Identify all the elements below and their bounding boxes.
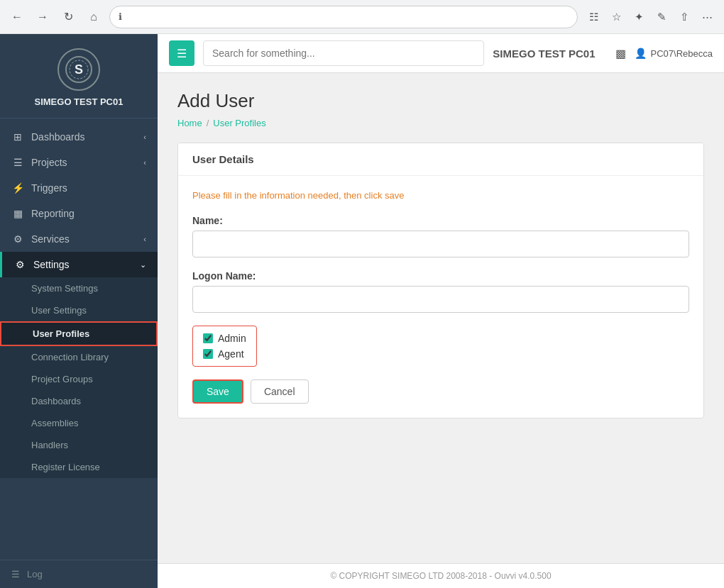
agent-checkbox-row: Agent — [203, 346, 246, 362]
admin-checkbox-row: Admin — [203, 331, 246, 346]
sidebar-item-projects[interactable]: ☰ Projects ‹ — [0, 150, 158, 175]
dashboards-icon: ⊞ — [11, 131, 24, 143]
logo-icon: S — [57, 48, 100, 91]
settings-icon: ⚙ — [13, 259, 26, 270]
sidebar-item-handlers[interactable]: Handlers — [0, 434, 158, 456]
collections-button[interactable]: ✦ — [629, 7, 649, 27]
name-field-group: Name: — [192, 215, 689, 257]
breadcrumb: Home / User Profiles — [177, 118, 704, 128]
sidebar-item-dashboards-sub[interactable]: Dashboards — [0, 390, 158, 412]
card-header: User Details — [178, 143, 703, 176]
sidebar-logo: S SIMEGO TEST PC01 — [0, 34, 158, 118]
logon-name-field-group: Logon Name: — [192, 270, 689, 313]
svg-text:S: S — [75, 62, 83, 77]
card-title: User Details — [192, 153, 689, 165]
log-label: Log — [27, 569, 43, 579]
sidebar-item-system-settings[interactable]: System Settings — [0, 277, 158, 299]
app-container: S SIMEGO TEST PC01 ⊞ Dashboards ‹ ☰ Proj… — [0, 34, 724, 588]
services-chevron: ‹ — [143, 235, 146, 243]
form-buttons: Save Cancel — [192, 379, 689, 404]
share-button[interactable]: ⇧ — [674, 7, 694, 27]
agent-label[interactable]: Agent — [218, 348, 244, 360]
logon-name-input[interactable] — [192, 286, 689, 313]
admin-checkbox[interactable] — [203, 333, 213, 343]
content-area: Add User Home / User Profiles User Detai… — [158, 73, 724, 563]
card-body: Please fill in the information needed, t… — [178, 176, 703, 418]
reader-view-button[interactable]: ☷ — [583, 7, 603, 27]
triggers-icon: ⚡ — [11, 182, 24, 194]
name-input[interactable] — [192, 231, 689, 257]
user-icon: 👤 — [635, 48, 647, 59]
topbar: ☰ SIMEGO TEST PC01 ▩ 👤 PC07\Rebecca — [158, 34, 724, 73]
topbar-title: SIMEGO TEST PC01 — [493, 48, 595, 60]
sidebar-nav: ⊞ Dashboards ‹ ☰ Projects ‹ ⚡ Triggers — [0, 118, 158, 560]
menu-button[interactable]: ☰ — [169, 40, 194, 66]
footer-text: © COPYRIGHT SIMEGO LTD 2008-2018 - Ouvvi… — [330, 571, 551, 581]
reload-button[interactable]: ↻ — [58, 7, 78, 27]
user-label: PC07\Rebecca — [651, 48, 713, 59]
address-bar[interactable]: ℹ — [109, 6, 578, 28]
hamburger-icon: ☰ — [177, 47, 187, 60]
user-menu[interactable]: 👤 PC07\Rebecca — [635, 48, 713, 59]
sidebar-item-project-groups[interactable]: Project Groups — [0, 368, 158, 390]
info-icon: ℹ — [119, 11, 122, 22]
main-footer: © COPYRIGHT SIMEGO LTD 2008-2018 - Ouvvi… — [158, 563, 724, 588]
sidebar-item-user-settings[interactable]: User Settings — [0, 299, 158, 321]
back-button[interactable]: ← — [7, 7, 27, 27]
sidebar-item-settings[interactable]: ⚙ Settings ⌄ — [0, 252, 158, 277]
more-button[interactable]: ⋯ — [697, 7, 717, 27]
home-button[interactable]: ⌂ — [84, 7, 104, 27]
dashboards-chevron: ‹ — [143, 133, 146, 141]
breadcrumb-home[interactable]: Home — [177, 118, 202, 128]
sidebar-item-triggers[interactable]: ⚡ Triggers — [0, 175, 158, 201]
topbar-actions: ▩ 👤 PC07\Rebecca — [615, 47, 713, 60]
sidebar-item-dashboards[interactable]: ⊞ Dashboards ‹ — [0, 124, 158, 150]
main-content: Add User Home / User Profiles User Detai… — [158, 73, 724, 588]
name-label: Name: — [192, 215, 689, 226]
reporting-icon: ▦ — [11, 208, 24, 219]
forward-button[interactable]: → — [33, 7, 53, 27]
browser-chrome: ← → ↻ ⌂ ℹ ☷ ☆ ✦ ✎ ⇧ ⋯ — [0, 0, 724, 34]
sidebar-item-reporting[interactable]: ▦ Reporting — [0, 201, 158, 226]
agent-checkbox[interactable] — [203, 349, 213, 359]
save-button[interactable]: Save — [192, 379, 243, 404]
logon-name-label: Logon Name: — [192, 270, 689, 282]
sidebar-item-user-profiles[interactable]: User Profiles — [0, 321, 158, 346]
bookmark-button[interactable]: ☆ — [606, 7, 626, 27]
sidebar-item-services[interactable]: ⚙ Services ‹ — [0, 226, 158, 252]
admin-label[interactable]: Admin — [218, 333, 246, 344]
cancel-button[interactable]: Cancel — [251, 379, 309, 404]
breadcrumb-current[interactable]: User Profiles — [213, 118, 265, 128]
log-icon: ☰ — [11, 569, 20, 579]
monitor-icon[interactable]: ▩ — [615, 47, 626, 60]
services-icon: ⚙ — [11, 233, 24, 245]
page-title: Add User — [177, 90, 704, 112]
breadcrumb-separator: / — [207, 118, 209, 128]
projects-chevron: ‹ — [143, 158, 146, 167]
sidebar-item-connection-library[interactable]: Connection Library — [0, 346, 158, 368]
search-input[interactable] — [203, 40, 484, 66]
checkboxes-group: Admin Agent — [192, 326, 257, 367]
sidebar-log-item[interactable]: ☰ Log — [0, 560, 158, 588]
card-info-text: Please fill in the information needed, t… — [192, 190, 689, 201]
settings-submenu: System Settings User Settings User Profi… — [0, 277, 158, 478]
sidebar-logo-text: SIMEGO TEST PC01 — [35, 96, 124, 107]
sidebar-item-register-license[interactable]: Register License — [0, 456, 158, 478]
projects-icon: ☰ — [11, 157, 24, 168]
browser-actions: ☷ ☆ ✦ ✎ ⇧ ⋯ — [583, 7, 717, 27]
sidebar: S SIMEGO TEST PC01 ⊞ Dashboards ‹ ☰ Proj… — [0, 34, 158, 588]
sidebar-item-assemblies[interactable]: Assemblies — [0, 412, 158, 434]
settings-chevron: ⌄ — [140, 260, 146, 270]
user-details-card: User Details Please fill in the informat… — [177, 143, 704, 418]
sign-button[interactable]: ✎ — [652, 7, 671, 27]
